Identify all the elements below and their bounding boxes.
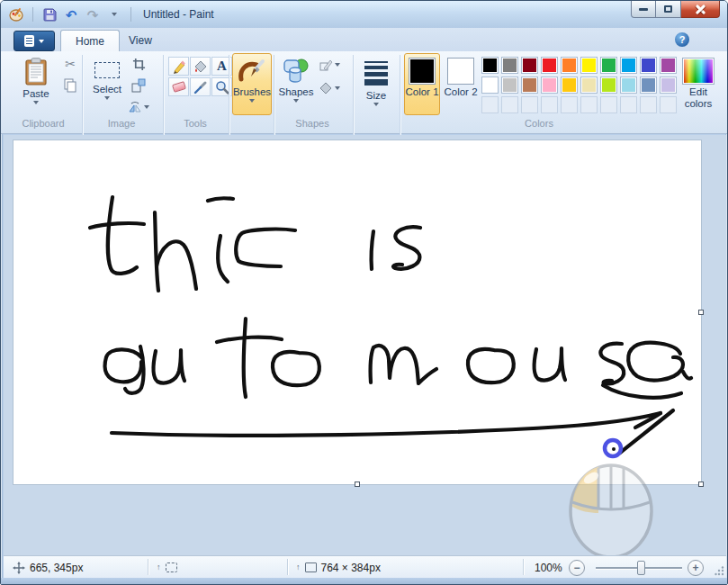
tab-home[interactable]: Home [60, 30, 120, 51]
paste-button[interactable]: Paste [15, 53, 57, 115]
color-swatch[interactable] [501, 76, 518, 94]
outline-pencil-icon [319, 58, 333, 71]
app-menu-button[interactable] [8, 6, 24, 22]
color-swatch[interactable] [660, 76, 677, 94]
minimize-icon [639, 8, 648, 11]
cursor-position-icon [13, 562, 25, 574]
save-button[interactable] [41, 6, 58, 22]
color-swatch[interactable] [620, 57, 637, 74]
select-button[interactable]: Select [87, 53, 127, 115]
title-bar: ↶ ↷ Untitled - Paint [1, 1, 727, 28]
color-swatch[interactable] [521, 76, 538, 94]
qat-separator [32, 7, 33, 22]
zoom-in-wrap: + [688, 556, 704, 579]
color2-button[interactable]: Color 2 [443, 53, 479, 115]
magnifier-icon [215, 80, 229, 94]
empty-color-slot [541, 96, 558, 113]
color1-swatch [409, 58, 436, 85]
shape-fill-button[interactable] [316, 79, 343, 97]
undo-button[interactable]: ↶ [63, 6, 79, 22]
color-swatch[interactable] [660, 57, 677, 74]
color-swatch[interactable] [640, 57, 657, 74]
undo-icon: ↶ [66, 8, 77, 22]
redo-icon: ↷ [87, 8, 99, 22]
cut-button[interactable]: ✂ [60, 55, 80, 73]
empty-color-slot [521, 96, 538, 113]
brushes-button[interactable]: Brushes [232, 53, 272, 115]
pen-dot [612, 447, 616, 451]
chevron-down-icon [39, 40, 44, 43]
empty-color-slot [640, 96, 657, 113]
canvas-resize-handle-corner[interactable] [698, 482, 704, 487]
color1-button[interactable]: Color 1 [404, 53, 440, 115]
file-menu-button[interactable] [13, 31, 55, 51]
color-swatch[interactable] [640, 76, 657, 94]
color-swatch[interactable] [600, 76, 617, 94]
crop-button[interactable] [129, 55, 148, 73]
crop-icon [132, 58, 146, 71]
shapes-button[interactable]: Shapes [277, 53, 315, 115]
empty-color-slot [580, 96, 598, 113]
color-swatch[interactable] [481, 76, 499, 94]
window-controls [631, 1, 720, 18]
redo-button[interactable]: ↷ [85, 6, 101, 22]
maximize-button[interactable] [656, 1, 681, 18]
select-icon [94, 62, 120, 78]
resize-grip[interactable] [715, 566, 724, 576]
color-swatch[interactable] [580, 57, 598, 74]
canvas-resize-handle-bottom[interactable] [355, 482, 360, 487]
minimize-button[interactable] [631, 1, 656, 18]
color-swatch[interactable] [521, 57, 538, 74]
help-button[interactable]: ? [675, 32, 689, 47]
file-menu-icon [24, 35, 34, 47]
color-swatch[interactable] [580, 76, 598, 94]
resize-button[interactable] [129, 76, 148, 94]
paint-window: ↶ ↷ Untitled - Paint Home View ? [0, 0, 728, 585]
window-title: Untitled - Paint [143, 8, 214, 21]
fill-can-icon [319, 82, 333, 94]
shape-outline-button[interactable] [316, 56, 343, 74]
color-swatch[interactable] [501, 57, 518, 74]
color-swatch[interactable] [541, 76, 558, 94]
canvas-resize-handle-right[interactable] [698, 310, 704, 315]
color-swatch[interactable] [561, 76, 578, 94]
close-button[interactable] [681, 1, 720, 18]
chevron-down-icon [373, 103, 379, 106]
fill-bucket-icon [193, 59, 208, 74]
selection-size-icon [166, 562, 177, 572]
pencil-icon [172, 59, 186, 74]
chevron-down-icon [112, 13, 117, 16]
maximize-icon [664, 5, 672, 13]
zoom-slider-track[interactable] [596, 567, 682, 569]
shapes-icon [283, 58, 310, 85]
color-swatch[interactable] [600, 57, 617, 74]
color-swatch[interactable] [620, 76, 637, 94]
zoom-level-label: 100% [535, 556, 562, 579]
edit-colors-icon [682, 58, 715, 85]
chevron-down-icon [104, 96, 110, 100]
zoom-in-button[interactable]: + [688, 560, 704, 576]
palette-row [481, 96, 679, 113]
eyedropper-icon [193, 80, 208, 94]
tab-row: Home View ? [1, 28, 727, 51]
color-swatch[interactable] [541, 57, 558, 74]
zoom-out-button[interactable]: − [569, 560, 585, 576]
size-button[interactable]: Size [357, 53, 395, 115]
pencil-tool-button[interactable] [168, 57, 189, 76]
edit-colors-button[interactable]: Edit colors [678, 53, 719, 115]
drawing-canvas[interactable] [13, 140, 701, 484]
copy-button[interactable] [60, 76, 80, 94]
quick-access-toolbar: ↶ ↷ [8, 6, 134, 22]
tab-view[interactable]: View [114, 30, 166, 51]
rotate-button[interactable] [125, 98, 152, 116]
color-picker-tool-button[interactable] [190, 77, 211, 96]
status-separator [523, 559, 524, 575]
color-swatch[interactable] [481, 57, 499, 74]
window-bottom-frame [1, 578, 727, 585]
zoom-slider-thumb[interactable] [637, 561, 645, 575]
customize-qat-button[interactable] [106, 6, 122, 22]
fill-tool-button[interactable] [190, 57, 211, 76]
color-swatch[interactable] [561, 57, 578, 74]
eraser-tool-button[interactable] [168, 77, 189, 96]
status-separator [287, 559, 288, 575]
